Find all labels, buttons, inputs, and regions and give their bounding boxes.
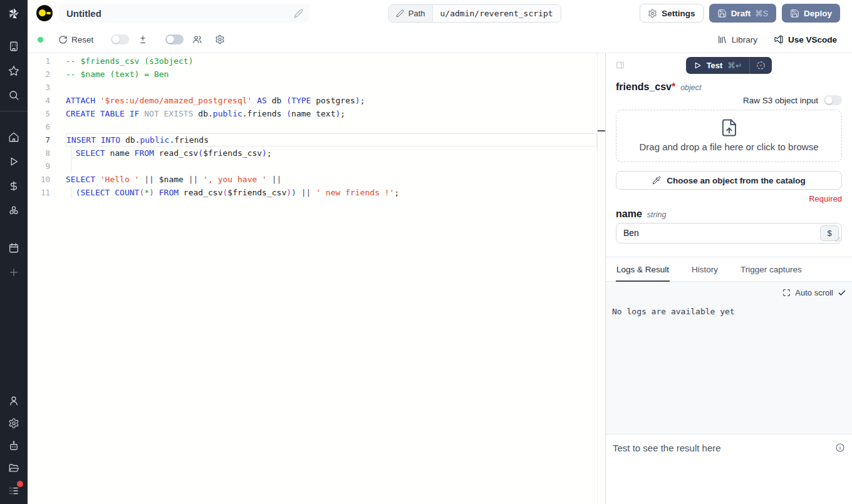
diff-mode-toggle[interactable] bbox=[111, 34, 129, 44]
workspace-icon[interactable] bbox=[8, 41, 19, 52]
result-panel: Test to see the result here bbox=[606, 434, 852, 504]
app-window: Untitled Path u/admin/reverent_script bbox=[0, 0, 852, 504]
resources-icon[interactable] bbox=[8, 205, 19, 216]
code-line[interactable]: 4ATTACH '$res:u/demo/amazed_postgresql' … bbox=[28, 94, 605, 107]
code-line[interactable]: 11 (SELECT COUNT(*) FROM read_csv($frien… bbox=[28, 186, 605, 199]
editor-toolbar: Reset Library Use VScode bbox=[28, 26, 852, 53]
logs-panel: Auto scroll No logs are available yet bbox=[606, 282, 852, 434]
save-icon bbox=[717, 9, 727, 18]
search-icon[interactable] bbox=[8, 90, 19, 101]
code-line[interactable]: 6 bbox=[28, 120, 605, 133]
file-dropzone[interactable]: Drag and drop a file here or click to br… bbox=[616, 110, 842, 162]
autoscroll-label[interactable]: Auto scroll bbox=[795, 288, 833, 297]
line-number: 3 bbox=[28, 81, 50, 94]
choose-object-catalog-button[interactable]: Choose an object from the catalog bbox=[616, 171, 842, 190]
code-line[interactable]: 7INSERT INTO db.public.friends bbox=[28, 133, 605, 147]
dropzone-label: Drag and drop a file here or click to br… bbox=[640, 141, 819, 152]
multiplayer-toggle[interactable] bbox=[165, 34, 184, 44]
favorites-star-icon[interactable] bbox=[8, 65, 19, 76]
library-icon bbox=[717, 34, 727, 44]
diff-plusminus-icon[interactable] bbox=[138, 34, 148, 44]
deploy-button[interactable]: Deploy bbox=[782, 4, 840, 23]
library-button[interactable]: Library bbox=[717, 34, 757, 44]
draft-shortcut: ⌘S bbox=[755, 9, 768, 18]
line-number: 2 bbox=[28, 68, 50, 81]
raw-s3-toggle[interactable] bbox=[824, 95, 842, 105]
edit-title-pencil-icon[interactable] bbox=[294, 9, 303, 18]
line-number: 7 bbox=[28, 133, 50, 147]
path-editor[interactable]: Path u/admin/reverent_script bbox=[388, 4, 561, 23]
draft-button[interactable]: Draft ⌘S bbox=[709, 4, 776, 23]
collapse-panel-icon[interactable] bbox=[616, 61, 625, 69]
schedules-calendar-icon[interactable] bbox=[8, 242, 19, 254]
code-line[interactable]: 3 bbox=[28, 81, 605, 94]
code-line[interactable]: 5CREATE TABLE IF NOT EXISTS db.public.fr… bbox=[28, 107, 605, 120]
path-label-chip[interactable]: Path bbox=[389, 5, 433, 22]
code-line[interactable]: 1-- $friends_csv (s3object) bbox=[28, 54, 605, 68]
path-value[interactable]: u/admin/reverent_script bbox=[433, 5, 561, 22]
line-number: 11 bbox=[28, 186, 50, 199]
tab-logs-result[interactable]: Logs & Result bbox=[616, 257, 670, 282]
raw-s3-toggle-label: Raw S3 object input bbox=[743, 96, 818, 105]
info-icon[interactable] bbox=[835, 443, 845, 453]
reset-button[interactable]: Reset bbox=[58, 35, 93, 44]
test-shortcut: ⌘↵ bbox=[727, 61, 742, 70]
code-line[interactable]: 2-- $name (text) = Ben bbox=[28, 68, 605, 81]
required-hint: Required bbox=[616, 194, 842, 203]
code-line[interactable]: 9 bbox=[28, 160, 605, 173]
file-upload-icon bbox=[720, 118, 739, 137]
pipette-icon bbox=[652, 176, 661, 185]
logs-empty-message: No logs are available yet bbox=[606, 297, 852, 326]
windmill-logo[interactable] bbox=[0, 0, 28, 28]
variables-dollar-icon[interactable] bbox=[8, 180, 19, 192]
notification-dot bbox=[17, 481, 23, 487]
left-sidebar bbox=[0, 0, 28, 504]
duckdb-language-icon bbox=[36, 5, 53, 21]
line-number: 1 bbox=[28, 54, 50, 68]
editor-settings-gear-icon[interactable] bbox=[215, 34, 225, 44]
test-button[interactable]: Test ⌘↵ bbox=[686, 57, 772, 74]
tab-history[interactable]: History bbox=[691, 257, 719, 282]
check-icon[interactable] bbox=[838, 289, 846, 297]
settings-button[interactable]: Settings bbox=[640, 4, 703, 23]
audit-list-icon[interactable] bbox=[8, 485, 19, 496]
code-line[interactable]: 10SELECT 'Hello ' || $name || ', you hav… bbox=[28, 173, 605, 186]
line-number: 9 bbox=[28, 160, 50, 173]
line-number: 10 bbox=[28, 173, 50, 186]
panel-tabs: Logs & Result History Trigger captures bbox=[606, 257, 852, 282]
resize-handle[interactable] bbox=[835, 237, 841, 242]
script-title-input[interactable]: Untitled bbox=[59, 4, 309, 23]
settings-gear-icon[interactable] bbox=[8, 418, 19, 429]
refresh-icon bbox=[58, 35, 68, 44]
users-icon[interactable] bbox=[192, 34, 202, 44]
cursor-position-marker bbox=[598, 130, 605, 131]
code-editor[interactable]: 1-- $friends_csv (s3object)2-- $name (te… bbox=[28, 53, 605, 504]
sidebar-divider bbox=[0, 111, 28, 111]
runs-play-icon[interactable] bbox=[8, 156, 19, 167]
user-icon[interactable] bbox=[8, 395, 19, 406]
name-input[interactable]: Ben bbox=[616, 223, 842, 244]
tab-trigger-captures[interactable]: Trigger captures bbox=[740, 257, 803, 282]
connection-status-dot bbox=[38, 37, 43, 43]
arg-friends-csv-header: friends_csv* object bbox=[616, 81, 842, 93]
create-plus-icon[interactable] bbox=[8, 267, 19, 278]
line-number: 8 bbox=[28, 147, 50, 160]
line-number: 4 bbox=[28, 94, 50, 107]
expand-icon[interactable] bbox=[782, 289, 791, 297]
vscode-icon bbox=[774, 34, 784, 44]
editor-overview-ruler[interactable] bbox=[597, 53, 605, 504]
settings-gear-icon bbox=[648, 9, 657, 18]
folders-icon[interactable] bbox=[8, 463, 19, 474]
script-title: Untitled bbox=[66, 8, 101, 19]
home-icon[interactable] bbox=[8, 131, 19, 143]
play-icon bbox=[694, 61, 702, 69]
topbar: Untitled Path u/admin/reverent_script bbox=[28, 0, 852, 26]
capture-test-icon[interactable] bbox=[750, 57, 772, 74]
sidebar-bottom-group bbox=[8, 384, 19, 504]
code-lines: 1-- $friends_csv (s3object)2-- $name (te… bbox=[28, 54, 605, 199]
result-placeholder: Test to see the result here bbox=[613, 443, 721, 453]
code-line[interactable]: 8 SELECT name FROM read_csv($friends_csv… bbox=[28, 147, 605, 160]
test-panel: Test ⌘↵ friends_csv* object bbox=[605, 53, 852, 504]
use-vscode-button[interactable]: Use VScode bbox=[774, 34, 837, 44]
ai-bot-icon[interactable] bbox=[8, 440, 19, 451]
